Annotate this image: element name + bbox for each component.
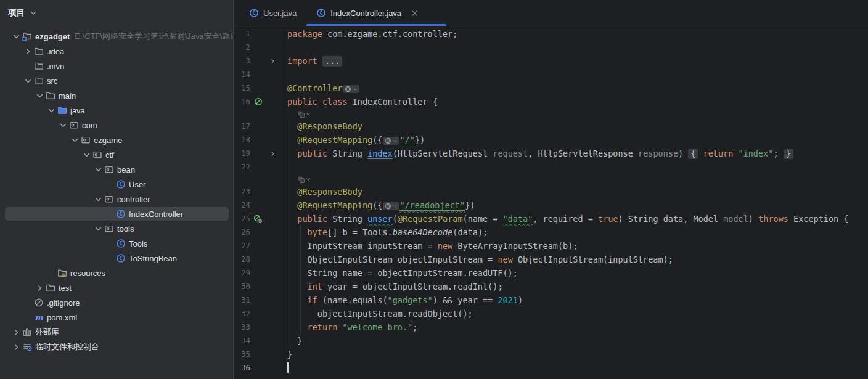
line-number[interactable]: 32: [234, 307, 250, 320]
project-view-dropdown[interactable]: 项目: [0, 0, 233, 26]
tree-expander[interactable]: [45, 106, 57, 115]
tree-item-test[interactable]: test: [0, 280, 233, 295]
tree-item-src[interactable]: src: [0, 73, 233, 88]
tree-expander[interactable]: [57, 121, 69, 130]
tree-item-mvn[interactable]: .mvn: [0, 59, 233, 73]
tree-expander[interactable]: [80, 150, 92, 160]
code-line-22[interactable]: 22: [234, 160, 868, 174]
tree-item-main[interactable]: main: [0, 88, 233, 103]
fold-arrow-icon[interactable]: [266, 54, 279, 68]
tree-expander[interactable]: [33, 91, 46, 100]
folded-region[interactable]: ...: [322, 56, 342, 67]
code-line-2[interactable]: 2: [234, 41, 868, 54]
tree-item-resources[interactable]: resources: [0, 266, 233, 280]
line-number[interactable]: 25: [234, 212, 250, 226]
line-number[interactable]: 34: [234, 334, 250, 348]
code-line-29[interactable]: 29 String name = objectInputStream.readU…: [234, 266, 868, 280]
tree-item-indexcontroller[interactable]: CIndexController: [0, 206, 233, 221]
line-number[interactable]: 17: [234, 120, 250, 133]
line-number[interactable]: 27: [234, 239, 250, 253]
line-number[interactable]: 1: [234, 27, 250, 41]
line-number[interactable]: 24: [234, 198, 250, 212]
code-line-23[interactable]: 23 @ResponseBody: [234, 185, 868, 198]
code-line-34[interactable]: 34 }: [234, 334, 868, 348]
tree-expander[interactable]: [92, 224, 104, 234]
line-number[interactable]: 28: [234, 253, 250, 266]
tree-item-idea[interactable]: .idea: [0, 44, 233, 59]
line-number[interactable]: 19: [234, 147, 250, 160]
code-line-3[interactable]: 3import ...: [234, 54, 868, 68]
code-line-25[interactable]: 25 public String unser(@RequestParam(nam…: [234, 212, 868, 226]
fold-arrow-icon[interactable]: [266, 147, 279, 160]
code-line-19[interactable]: 19 public String index(HttpServletReques…: [234, 147, 868, 160]
tree-item-[interactable]: 临时文件和控制台: [0, 340, 233, 354]
tab-indexcontroller-java[interactable]: CIndexController.java: [306, 0, 446, 26]
tree-item-java[interactable]: java: [0, 103, 233, 118]
code-line-32[interactable]: 32 objectInputStream.readObject();: [234, 307, 868, 320]
tree-expander[interactable]: [33, 283, 46, 293]
code-line-36[interactable]: 36: [234, 361, 868, 375]
code-line-14[interactable]: 14: [234, 68, 868, 81]
code-line-31[interactable]: 31 if (name.equals("gadgets") && year ==…: [234, 293, 868, 307]
tree-item-tools[interactable]: CTools: [0, 236, 233, 251]
code-line-17[interactable]: 17 @ResponseBody: [234, 120, 868, 133]
endpoint-globe-chip[interactable]: [343, 85, 359, 93]
line-number[interactable]: 29: [234, 266, 250, 280]
code-line-30[interactable]: 30 int year = objectInputStream.readInt(…: [234, 280, 868, 293]
line-number[interactable]: 2: [234, 41, 250, 54]
line-number[interactable]: 30: [234, 280, 250, 293]
tree-expander[interactable]: [22, 76, 34, 86]
line-number[interactable]: 23: [234, 185, 250, 198]
tab-user-java[interactable]: CUser.java: [239, 0, 306, 26]
tree-item-tostringbean[interactable]: CToStringBean: [0, 251, 233, 266]
code-line-33[interactable]: 33 return "welcome bro.";: [234, 320, 868, 334]
tree-item-tools[interactable]: tools: [0, 221, 233, 236]
folded-region[interactable]: {: [688, 149, 698, 159]
tree-item-gitignore[interactable]: .gitignore: [0, 295, 233, 310]
line-number[interactable]: 3: [234, 54, 250, 68]
request-mapping-gutter-icon[interactable]: [250, 212, 266, 226]
close-icon[interactable]: [411, 10, 418, 17]
tree-expander[interactable]: [68, 136, 81, 145]
code-line-1[interactable]: 1package com.ezgame.ctf.controller;: [234, 27, 868, 41]
code-line-16[interactable]: 16public class IndexController {: [234, 95, 868, 108]
endpoint-globe-chip[interactable]: [383, 202, 399, 210]
tree-item-controller[interactable]: controller: [0, 192, 233, 206]
tree-expander[interactable]: [10, 328, 22, 337]
tree-expander[interactable]: [22, 47, 34, 56]
line-number[interactable]: 15: [234, 81, 250, 95]
code-line-18[interactable]: 18 @RequestMapping({"/"}): [234, 133, 868, 147]
line-number[interactable]: 18: [234, 133, 250, 147]
tree-expander[interactable]: [10, 343, 22, 352]
code-line-35[interactable]: 35}: [234, 348, 868, 361]
line-number[interactable]: 35: [234, 348, 250, 361]
tree-item-pom-xml[interactable]: mpom.xml: [0, 310, 233, 325]
line-number[interactable]: 33: [234, 320, 250, 334]
line-number[interactable]: 22: [234, 160, 250, 174]
tree-expander[interactable]: [92, 195, 104, 204]
line-number[interactable]: 14: [234, 68, 250, 81]
folded-region[interactable]: }: [784, 149, 793, 159]
code-line-24[interactable]: 24 @RequestMapping({"/readobject"}): [234, 198, 868, 212]
tree-item-com[interactable]: com: [0, 118, 233, 132]
spring-bean-gutter-icon[interactable]: [250, 95, 266, 108]
tree-item-ctf[interactable]: ctf: [0, 147, 233, 162]
code-line-27[interactable]: 27 InputStream inputStream = new ByteArr…: [234, 239, 868, 253]
tree-item-ezgame[interactable]: ezgame: [0, 132, 233, 147]
line-number[interactable]: 36: [234, 361, 250, 375]
tab-close-button[interactable]: [411, 10, 418, 17]
endpoint-globe-chip[interactable]: [383, 137, 399, 145]
tree-item-bean[interactable]: bean: [0, 162, 233, 177]
line-number[interactable]: 26: [234, 226, 250, 239]
code-line-28[interactable]: 28 ObjectInputStream objectInputStream =…: [234, 253, 868, 266]
tree-item-user[interactable]: CUser: [0, 177, 233, 192]
tree-expander[interactable]: [10, 32, 22, 41]
line-number[interactable]: 16: [234, 95, 250, 108]
inlay-hint-row[interactable]: [234, 174, 868, 185]
line-number[interactable]: 31: [234, 293, 250, 307]
code-line-15[interactable]: 15@Controller: [234, 81, 868, 95]
tree-expander[interactable]: [92, 165, 104, 174]
code-line-26[interactable]: 26 byte[] b = Tools.base64Decode(data);: [234, 226, 868, 239]
tree-item-[interactable]: 外部库: [0, 325, 233, 340]
tree-item-ezgadget[interactable]: ezgadgetE:\CTF\网络安全学习笔记\漏洞\Java安全\题目\东: [0, 29, 233, 44]
